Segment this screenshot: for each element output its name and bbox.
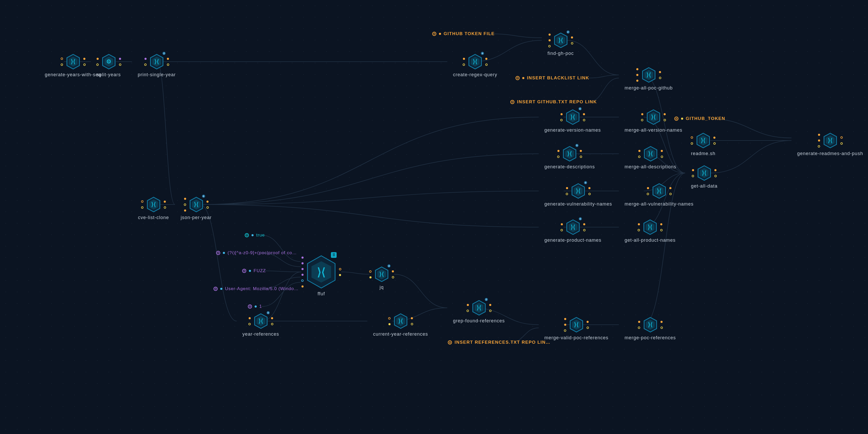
port-in[interactable] [564, 324, 566, 326]
output-ports[interactable] [660, 219, 662, 235]
port-out[interactable] [840, 142, 843, 145]
input-ports[interactable] [560, 109, 563, 125]
node-generate-years-with-seq[interactable]: ⟩⟨generate-years-with-seq [45, 54, 101, 77]
port-in[interactable] [566, 187, 568, 189]
port-out[interactable] [840, 136, 843, 139]
input-ports[interactable] [144, 54, 147, 69]
output-ports[interactable] [660, 317, 663, 333]
port-in[interactable] [248, 323, 251, 325]
node-year-references[interactable]: ⟩⟨3year-references [242, 313, 279, 337]
node-create-regex-query[interactable]: ⟩⟨4create-regex-query [453, 54, 497, 77]
port-in[interactable] [638, 156, 641, 158]
hexagon-icon[interactable]: ⟩⟨4 [571, 183, 585, 199]
hexagon-icon[interactable]: ⟩⟨ [570, 317, 583, 333]
port-out[interactable] [339, 274, 341, 276]
port-in[interactable] [96, 64, 99, 66]
port-in[interactable] [184, 198, 186, 200]
port-in[interactable] [638, 229, 640, 231]
port-out[interactable] [411, 317, 413, 319]
port-in[interactable] [636, 74, 639, 76]
port-out[interactable] [392, 270, 394, 272]
port-out[interactable] [583, 119, 585, 121]
output-ports[interactable] [119, 54, 121, 69]
note-orange[interactable]: ?INSERT BLACKLIST LINK [516, 75, 589, 81]
note-icon[interactable]: ? [242, 269, 246, 273]
hexagon-icon[interactable]: ⟩⟨4 [566, 109, 580, 125]
output-ports[interactable] [659, 67, 661, 83]
hexagon-icon[interactable]: ⟩⟨ [644, 146, 657, 162]
node-split-years[interactable]: ⚙split-years [97, 54, 121, 77]
input-ports[interactable] [638, 219, 640, 235]
input-ports[interactable] [96, 54, 99, 69]
port-in[interactable] [369, 270, 372, 273]
port-out[interactable] [713, 142, 716, 145]
input-ports[interactable] [248, 313, 251, 329]
node-print-single-year[interactable]: ⟩⟨2print-single-year [138, 54, 176, 77]
port-in[interactable] [463, 64, 465, 66]
output-ports[interactable] [588, 183, 591, 199]
note-icon[interactable]: ? [214, 287, 218, 291]
port-out[interactable] [485, 64, 488, 66]
port-out[interactable] [663, 119, 666, 121]
note-purple[interactable]: ?FUZZ [242, 268, 266, 273]
port-out[interactable] [83, 58, 85, 60]
output-ports[interactable] [580, 146, 582, 162]
port-in[interactable] [636, 68, 639, 70]
hexagon-icon[interactable]: ⟩⟨3 [254, 313, 268, 329]
output-ports[interactable] [663, 109, 666, 125]
note-icon[interactable]: ? [216, 251, 220, 255]
port-out[interactable] [669, 193, 672, 195]
output-ports[interactable] [485, 54, 488, 69]
port-out[interactable] [659, 77, 661, 79]
port-out[interactable] [119, 58, 121, 60]
port-in[interactable] [549, 39, 551, 41]
hexagon-icon[interactable]: ⟩⟨6 [189, 197, 203, 212]
port-in[interactable] [638, 321, 640, 323]
port-in[interactable] [691, 142, 693, 145]
port-out[interactable] [392, 276, 394, 278]
output-ports[interactable] [669, 183, 672, 199]
port-in[interactable] [692, 175, 694, 177]
port-out[interactable] [714, 175, 717, 177]
port-out[interactable] [588, 193, 591, 195]
port-out[interactable] [271, 323, 273, 325]
port-in[interactable] [463, 58, 465, 60]
note-icon[interactable]: ? [432, 32, 436, 36]
node-grep-found-references[interactable]: ⟩⟨2grep-found-references [453, 300, 505, 324]
port-out[interactable] [583, 113, 585, 115]
input-ports[interactable] [647, 183, 649, 199]
port-in[interactable] [647, 193, 649, 195]
port-out[interactable] [661, 150, 663, 152]
input-ports[interactable] [641, 109, 643, 125]
workflow-canvas[interactable]: { "workflow": "cve-poc-data-pipeline", "… [0, 0, 868, 434]
port-in[interactable] [548, 45, 551, 47]
input-ports[interactable] [369, 266, 372, 282]
node-generate-product-names[interactable]: ⟩⟨4generate-product-names [545, 219, 601, 243]
output-ports[interactable] [571, 33, 573, 48]
node-readme-sh[interactable]: ⟩⟨readme.sh [691, 133, 715, 156]
input-ports[interactable] [818, 133, 820, 148]
port-out[interactable] [669, 187, 672, 189]
port-out[interactable] [587, 327, 589, 329]
port-in[interactable] [302, 286, 304, 288]
output-ports[interactable] [661, 146, 663, 162]
expand-badge[interactable]: 2 [566, 30, 570, 34]
input-ports[interactable] [388, 313, 391, 329]
input-ports[interactable] [691, 133, 693, 148]
port-in[interactable] [564, 329, 566, 332]
port-in[interactable] [467, 310, 469, 312]
note-orange[interactable]: ✕GITHUB_TOKEN [674, 116, 725, 121]
port-in[interactable] [141, 206, 144, 209]
port-in[interactable] [818, 139, 820, 141]
hexagon-icon[interactable]: ⟩⟨⠿ [307, 255, 336, 289]
port-in[interactable] [389, 323, 391, 325]
port-in[interactable] [549, 34, 551, 36]
note-orange[interactable]: ?INSERT GITHUB.TXT REPO LINK [510, 99, 597, 105]
port-in[interactable] [302, 262, 304, 264]
port-in[interactable] [639, 150, 641, 152]
note-icon[interactable]: ? [248, 304, 252, 309]
note-cyan[interactable]: ?true [245, 233, 265, 238]
port-in[interactable] [302, 268, 304, 270]
node-generate-version-names[interactable]: ⟩⟨4generate-version-names [545, 109, 601, 133]
hexagon-icon[interactable]: ⟩⟨5 [563, 146, 577, 162]
